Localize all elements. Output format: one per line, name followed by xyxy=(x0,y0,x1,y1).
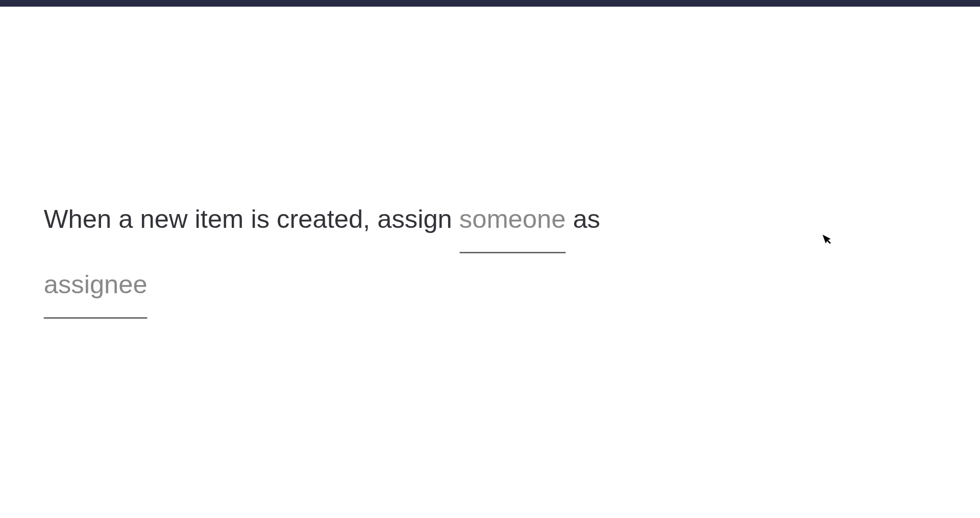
automation-modal: Back When a new item is created, assign … xyxy=(0,7,980,518)
sentence-part2: as xyxy=(566,205,600,233)
assignee-person-field[interactable]: someone xyxy=(459,188,566,253)
sentence-part1: When a new item is created, assign xyxy=(44,205,459,233)
assignee-column-field[interactable]: assignee xyxy=(44,253,148,319)
automation-sentence: When a new item is created, assign someo… xyxy=(44,188,936,319)
